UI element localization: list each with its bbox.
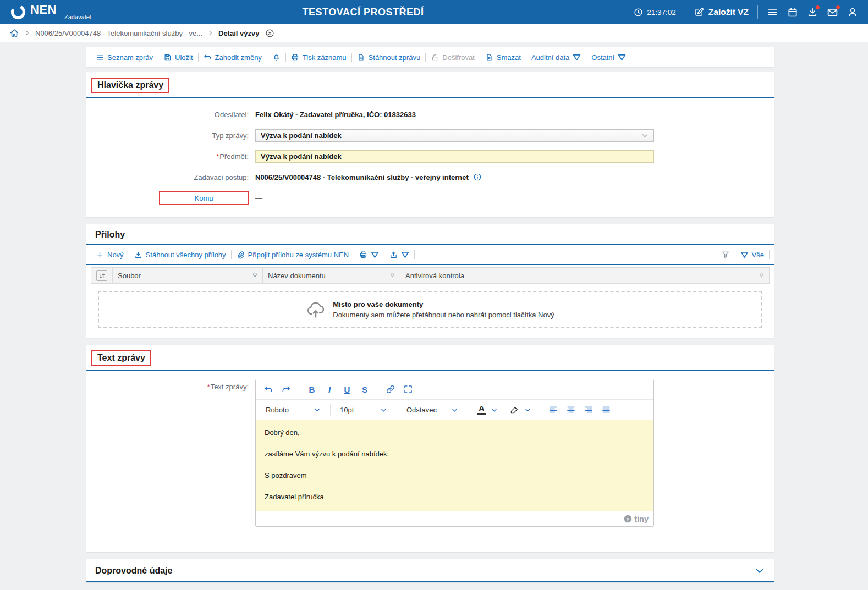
message-type-select[interactable]: Výzva k podání nabídek xyxy=(255,129,654,142)
fullscreen-button[interactable] xyxy=(400,382,416,397)
editor-content[interactable]: Dobrý den, zasíláme Vám výzvu k podání n… xyxy=(256,420,653,511)
align-right-button[interactable] xyxy=(580,402,597,417)
align-justify-button[interactable] xyxy=(598,402,614,417)
user-icon xyxy=(847,7,858,18)
ulozit-button[interactable]: Uložit xyxy=(158,53,198,62)
section-rule xyxy=(86,264,774,265)
chevron-right-icon xyxy=(208,30,212,36)
text-color-select[interactable]: A xyxy=(472,402,503,417)
downloads-button[interactable] xyxy=(807,7,818,18)
dropzone-title: Místo pro vaše dokumenty xyxy=(333,300,554,308)
column-header-antivir[interactable]: Antivirová kontrola xyxy=(400,268,769,283)
bold-button[interactable]: B xyxy=(304,382,320,397)
align-left-button[interactable] xyxy=(545,402,562,417)
subject-input[interactable]: Výzva k podání nabídek xyxy=(255,150,654,163)
export-attachments-button[interactable] xyxy=(384,251,414,259)
server-time: 21:37:02 xyxy=(634,8,676,17)
divider xyxy=(769,250,770,259)
strikethrough-button[interactable]: S xyxy=(356,382,373,397)
breadcrumb: N006/25/V00004748 - Telekomunikační služ… xyxy=(0,24,868,42)
close-icon[interactable] xyxy=(265,29,274,38)
brand[interactable]: NEN Zadavatel xyxy=(10,0,142,24)
user-button[interactable] xyxy=(847,7,858,18)
dropzone-text: Místo pro vaše dokumenty Dokumenty sem m… xyxy=(333,300,554,319)
cmd-label: Seznam zpráv xyxy=(107,53,153,62)
time-value: 21:37:02 xyxy=(647,8,676,16)
filter-vse-button[interactable]: Vše xyxy=(735,251,769,259)
brand-subtitle: Zadavatel xyxy=(64,14,91,20)
tiny-logo[interactable]: tiny xyxy=(624,515,649,523)
filter-triangle-icon xyxy=(252,273,257,278)
info-icon[interactable] xyxy=(473,173,482,181)
chevron-down-icon xyxy=(380,406,387,413)
divider xyxy=(330,404,331,416)
ostatni-button[interactable]: Ostatní xyxy=(586,53,631,62)
record-toolbar: Seznam zpráv Uložit Zahodit změny Tisk z… xyxy=(86,47,774,67)
calendar-button[interactable] xyxy=(787,7,798,18)
attachments-table-header: Soubor Název dokumentu Antivirová kontro… xyxy=(91,267,770,284)
subject-label: *Předmět: xyxy=(94,152,255,161)
editor-toolbar-row2: Roboto 10pt Odstavec xyxy=(256,400,653,420)
tisk-zaznamu-button[interactable]: Tisk záznamu xyxy=(286,53,351,62)
form-row-procedure: Zadávací postup: N006/25/V00004748 - Tel… xyxy=(94,170,766,184)
stahnout-zpravu-button[interactable]: Stáhnout zprávu xyxy=(352,53,426,62)
attachments-toolbar: Nový Stáhnout všechny přílohy Připojit p… xyxy=(86,245,774,264)
share-icon xyxy=(389,251,398,259)
cmd-label: Stáhnout zprávu xyxy=(369,53,421,62)
plus-icon xyxy=(96,251,104,259)
print-icon xyxy=(291,53,299,62)
chevron-down-icon[interactable] xyxy=(754,565,765,576)
block-format-select[interactable]: Odstavec xyxy=(401,402,464,417)
accordion-header[interactable]: Doprovodné údaje xyxy=(86,559,774,581)
italic-button[interactable]: I xyxy=(321,382,338,397)
type-label: Typ zprávy: xyxy=(94,131,255,140)
undo-button[interactable] xyxy=(260,382,277,397)
messages-button[interactable] xyxy=(827,7,838,18)
create-vz-button[interactable]: Založit VZ xyxy=(694,7,749,17)
filter-triangle-icon xyxy=(390,273,395,278)
link-button[interactable] xyxy=(382,382,399,397)
breadcrumb-procedure[interactable]: N006/25/V00004748 - Telekomunikační služ… xyxy=(35,29,202,37)
column-header-nazev[interactable]: Název dokumentu xyxy=(263,268,400,283)
highlight-color-select[interactable] xyxy=(504,402,537,417)
home-icon[interactable] xyxy=(9,28,19,38)
sort-button[interactable] xyxy=(96,270,107,281)
stahnout-vse-button[interactable]: Stáhnout všechny přílohy xyxy=(129,251,231,259)
desifrovat-button[interactable]: Dešifrovat xyxy=(426,53,480,62)
font-family-select[interactable]: Roboto xyxy=(260,402,326,417)
subject-label-text: Předmět: xyxy=(219,152,249,161)
section-title: Přílohy xyxy=(95,230,125,240)
print-attachments-button[interactable] xyxy=(354,251,384,259)
column-header-soubor[interactable]: Soubor xyxy=(113,268,263,283)
font-size-select[interactable]: 10pt xyxy=(334,402,393,417)
align-left-icon xyxy=(548,405,558,415)
cloud-upload-icon xyxy=(306,300,326,319)
edit-icon xyxy=(694,7,704,17)
auditni-data-button[interactable]: Auditní data xyxy=(526,53,586,62)
form-row-type: Typ zprávy: Výzva k podání nabídek xyxy=(94,128,766,142)
main-menu-button[interactable] xyxy=(767,7,778,18)
to-button[interactable]: Komu xyxy=(159,191,249,205)
font-size-value: 10pt xyxy=(340,406,375,414)
watch-button[interactable] xyxy=(267,53,285,62)
procedure-value: N006/25/V00004748 - Telekomunikační služ… xyxy=(255,173,469,181)
bell-icon xyxy=(272,53,281,62)
divider xyxy=(757,5,758,19)
seznam-zprav-button[interactable]: Seznam zpráv xyxy=(91,53,158,62)
zahodit-zmeny-button[interactable]: Zahodit změny xyxy=(199,53,267,62)
redo-button[interactable] xyxy=(278,382,294,397)
filter-button[interactable] xyxy=(716,250,735,259)
tiny-icon xyxy=(624,515,632,523)
novy-button[interactable]: Nový xyxy=(91,251,129,259)
divider xyxy=(468,404,468,416)
smazat-button[interactable]: Smazat xyxy=(480,53,526,62)
pripojit-prilohu-button[interactable]: Připojit přílohu ze systému NEN xyxy=(232,251,354,259)
column-label: Název dokumentu xyxy=(268,272,326,280)
upload-dropzone[interactable]: Místo pro vaše dokumenty Dokumenty sem m… xyxy=(98,291,762,328)
section-title: Text zprávy xyxy=(91,350,151,366)
message-header-form: Odesílatel: Felix Okátý - Zadavatel přír… xyxy=(86,98,774,217)
section-title: Doprovodné údaje xyxy=(95,566,172,576)
align-center-button[interactable] xyxy=(563,402,579,417)
to-label: Komu xyxy=(195,194,213,202)
underline-button[interactable]: U xyxy=(339,382,355,397)
